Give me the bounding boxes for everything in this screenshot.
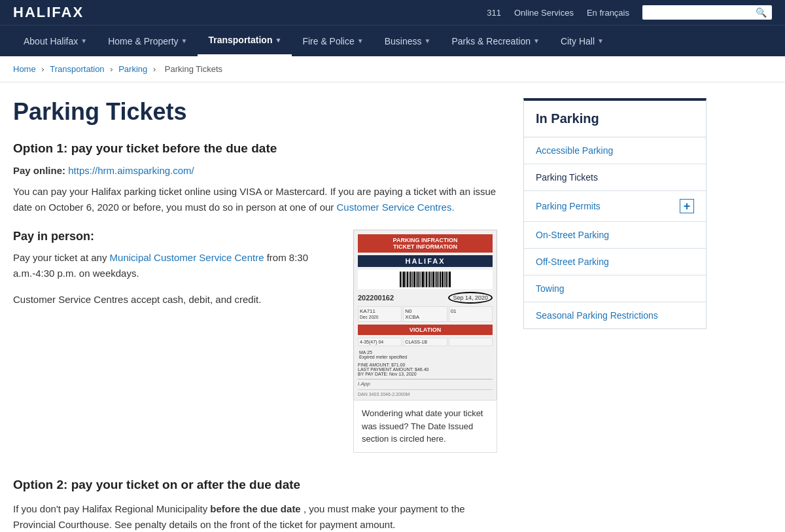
search-input[interactable] <box>648 8 752 18</box>
phone-link[interactable]: 311 <box>487 8 501 18</box>
chevron-down-icon: ▼ <box>181 37 188 44</box>
sidebar-item-parking-tickets: Parking Tickets <box>524 164 706 191</box>
utility-bar: HALIFAX 311 Online Services En français … <box>0 0 785 25</box>
ticket-logo: HALIFAX <box>358 255 493 267</box>
breadcrumb-transportation[interactable]: Transportation <box>50 64 104 74</box>
option2-bold: before the due date <box>210 503 300 514</box>
breadcrumb-separator: › <box>41 64 46 74</box>
sidebar-label-parking-tickets: Parking Tickets <box>536 172 598 183</box>
option1-heading: Option 1: pay your ticket before the due… <box>13 141 497 156</box>
sidebar-label-seasonal-parking: Seasonal Parking Restrictions <box>536 310 658 321</box>
fine-reduced: LAST PAYMENT AMOUNT: $46.40 <box>358 367 428 372</box>
sidebar-link-off-street[interactable]: Off-Street Parking <box>524 249 706 275</box>
breadcrumb-current: Parking Tickets <box>165 64 222 74</box>
search-box: 🔍 <box>642 5 772 20</box>
sidebar-link-parking-tickets[interactable]: Parking Tickets <box>524 164 706 190</box>
ticket-image: PARKING INFRACTIONTICKET INFORMATION HAL… <box>353 230 497 401</box>
breadcrumb-home[interactable]: Home <box>13 64 36 74</box>
main-nav: About Halifax ▼ Home & Property ▼ Transp… <box>0 25 785 56</box>
ticket-signature: I.App <box>358 381 493 387</box>
page-container: Parking Tickets Option 1: pay your ticke… <box>0 82 785 532</box>
sidebar-item-on-street: On-Street Parking <box>524 222 706 249</box>
online-services-link[interactable]: Online Services <box>514 8 574 18</box>
ticket-violation-grid: 4-35(47) 04 CLASS-1B <box>358 338 493 346</box>
chevron-down-icon: ▼ <box>357 37 364 44</box>
ticket-fine-rows: FINE AMOUNT: $71.00 LAST PAYMENT AMOUNT:… <box>358 363 493 376</box>
ticket-footer-text: DAN 3403 2046-2:2000M <box>358 392 493 397</box>
sidebar-card: In Parking Accessible Parking Parking Ti… <box>523 98 706 329</box>
ticket-number: 202200162 <box>358 294 394 302</box>
barcode-bars <box>400 272 451 287</box>
site-logo: HALIFAX <box>13 4 84 21</box>
sidebar-nav: Accessible Parking Parking Tickets Parki… <box>524 137 706 328</box>
ticket-cell: N0XCBA <box>403 306 447 322</box>
sidebar: In Parking Accessible Parking Parking Ti… <box>523 98 706 532</box>
ticket-footer: DAN 3403 2046-2:2000M <box>358 389 493 397</box>
option2-body: If you don't pay Halifax Regional Munici… <box>13 501 497 533</box>
breadcrumb: Home › Transportation › Parking › Parkin… <box>0 56 785 82</box>
ticket-cell: 4-35(47) 04 <box>358 338 402 346</box>
pay-online-line: Pay online: https://hrm.aimsparking.com/ <box>13 165 497 176</box>
fine-dates: BY PAY DATE: Nov 13, 2020 <box>358 372 428 376</box>
expand-parking-permits-icon[interactable]: + <box>680 199 694 213</box>
sidebar-title: In Parking <box>524 101 706 137</box>
nav-business[interactable]: Business ▼ <box>374 26 442 56</box>
sidebar-link-on-street[interactable]: On-Street Parking <box>524 222 706 248</box>
chevron-down-icon: ▼ <box>597 37 604 44</box>
ticket-fine-details: FINE AMOUNT: $71.00 LAST PAYMENT AMOUNT:… <box>358 363 428 376</box>
sidebar-link-towing[interactable]: Towing <box>524 275 706 302</box>
sidebar-link-accessible-parking[interactable]: Accessible Parking <box>524 137 706 164</box>
ticket-address: MA 25Expired meter specified <box>358 349 493 361</box>
ticket-date-circle: Sep 14, 2020 <box>448 292 493 304</box>
chevron-down-icon: ▼ <box>80 37 87 44</box>
pay-in-person-text1: Pay your ticket at any <box>13 252 107 263</box>
pay-in-person-section: PARKING INFRACTIONTICKET INFORMATION HAL… <box>13 230 497 463</box>
sidebar-item-seasonal-parking: Seasonal Parking Restrictions <box>524 302 706 328</box>
search-button[interactable]: 🔍 <box>756 7 767 18</box>
pay-online-label: Pay online: <box>13 165 65 176</box>
sidebar-link-seasonal-parking[interactable]: Seasonal Parking Restrictions <box>524 302 706 328</box>
nav-transportation[interactable]: Transportation ▼ <box>198 26 292 56</box>
sidebar-label-towing: Towing <box>536 283 565 294</box>
language-link[interactable]: En français <box>587 8 629 18</box>
breadcrumb-separator: › <box>110 64 115 74</box>
page-title: Parking Tickets <box>13 98 497 126</box>
chevron-down-icon: ▼ <box>533 37 540 44</box>
fine-amount: FINE AMOUNT: $71.00 <box>358 363 428 367</box>
ticket-header: PARKING INFRACTIONTICKET INFORMATION <box>358 234 493 253</box>
customer-service-centres-link[interactable]: Customer Service Centres. <box>336 202 454 213</box>
ticket-cell: KA711Dec 2020 <box>358 306 402 322</box>
sidebar-label-accessible-parking: Accessible Parking <box>536 145 613 156</box>
sidebar-link-parking-permits[interactable]: Parking Permits + <box>524 191 706 221</box>
sidebar-label-parking-permits: Parking Permits <box>536 201 601 211</box>
sidebar-label-off-street: Off-Street Parking <box>536 257 609 267</box>
sidebar-item-accessible-parking: Accessible Parking <box>524 137 706 164</box>
ticket-number-row: 202200162 Sep 14, 2020 <box>358 292 493 304</box>
sidebar-item-off-street: Off-Street Parking <box>524 249 706 275</box>
option2-section: Option 2: pay your ticket on or after th… <box>13 478 497 533</box>
chevron-down-icon: ▼ <box>275 37 281 44</box>
ticket-image-container: PARKING INFRACTIONTICKET INFORMATION HAL… <box>353 230 497 453</box>
nav-fire-police[interactable]: Fire & Police ▼ <box>292 26 374 56</box>
ticket-cell: CLASS-1B <box>403 338 447 346</box>
breadcrumb-parking[interactable]: Parking <box>118 64 147 74</box>
option1-section: Option 1: pay your ticket before the due… <box>13 141 497 215</box>
ticket-sig-area: I.App <box>358 379 493 387</box>
chevron-down-icon: ▼ <box>424 37 430 44</box>
ticket-cell <box>449 338 493 346</box>
nav-parks-recreation[interactable]: Parks & Recreation ▼ <box>441 26 550 56</box>
nav-home-property[interactable]: Home & Property ▼ <box>97 26 198 56</box>
sidebar-label-on-street: On-Street Parking <box>536 230 609 240</box>
municipal-csc-link[interactable]: Municipal Customer Service Centre <box>110 252 264 263</box>
breadcrumb-separator: › <box>153 64 158 74</box>
ticket-detail-grid: KA711Dec 2020 N0XCBA 01 <box>358 306 493 322</box>
nav-city-hall[interactable]: City Hall ▼ <box>550 26 614 56</box>
sidebar-item-towing: Towing <box>524 275 706 302</box>
option1-body: You can pay your Halifax parking ticket … <box>13 184 497 215</box>
ticket-cell: 01 <box>449 306 493 322</box>
sidebar-item-parking-permits: Parking Permits + <box>524 191 706 222</box>
option2-heading: Option 2: pay your ticket on or after th… <box>13 478 497 492</box>
image-caption: Wondering what date your ticket was issu… <box>353 400 497 453</box>
nav-about-halifax[interactable]: About Halifax ▼ <box>13 26 97 56</box>
pay-online-link[interactable]: https://hrm.aimsparking.com/ <box>68 165 194 176</box>
